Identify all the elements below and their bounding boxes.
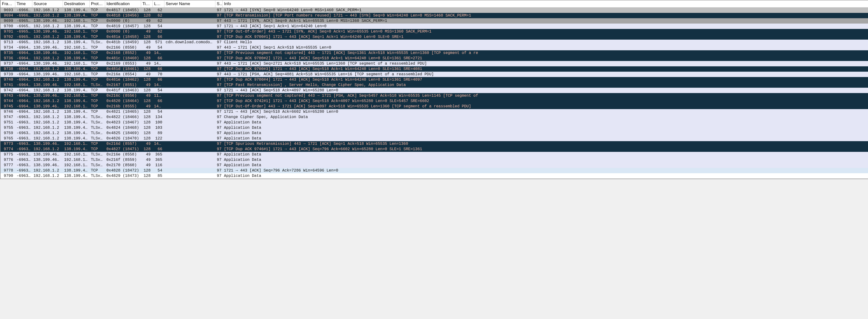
cell-time2: 128 xyxy=(141,120,153,125)
cell-proto: TCP xyxy=(89,98,105,104)
col-dest[interactable]: Destination xyxy=(63,0,89,7)
cell-source: 138.199.46.66 xyxy=(32,45,63,50)
table-row[interactable]: 9778-6963.569…192.168.1.2138.199.46.66TC… xyxy=(0,168,868,173)
cell-ident: 0x481d (18461) xyxy=(105,66,141,72)
col-stream[interactable]: Strean xyxy=(215,0,222,7)
cell-proto: TCP xyxy=(89,77,105,82)
cell-server xyxy=(164,82,215,88)
cell-time: -6964.055… xyxy=(15,109,32,114)
col-ident[interactable]: Identification xyxy=(105,0,141,7)
cell-info: [TCP Out-Of-Order] 443 → 1721 [ACK] Seq=… xyxy=(222,104,868,109)
cell-time2: 128 xyxy=(141,88,153,93)
table-row[interactable]: 9693-6966.394…192.168.1.2138.199.46.66TC… xyxy=(0,7,868,13)
table-row[interactable]: 9773-6963.604…138.199.46.66192.168.1.2TC… xyxy=(0,141,868,146)
col-info[interactable]: Info xyxy=(222,0,868,7)
cell-time: -6965.768… xyxy=(15,34,32,39)
cell-time: -6964.060… xyxy=(15,50,32,56)
cell-ident: 0x216b (8555) xyxy=(105,104,141,109)
table-row[interactable]: 9700-6965.874…192.168.1.2138.199.46.66TC… xyxy=(0,24,868,29)
cell-time2: 128 xyxy=(141,7,153,13)
table-row[interactable]: 9759-6963.845…192.168.1.2138.199.46.66TL… xyxy=(0,130,868,136)
table-row[interactable]: 9776-6963.569…138.199.46.66192.168.1.2TL… xyxy=(0,157,868,163)
table-row[interactable]: 9699-6965.874…138.199.46.66192.168.1.2TC… xyxy=(0,18,868,24)
cell-info: 1721 → 443 [SYN] Seq=0 Win=64240 Len=0 M… xyxy=(222,7,868,13)
table-row[interactable]: 9743-6964.057…138.199.46.66192.168.1.2TC… xyxy=(0,93,868,98)
cell-time2: 128 xyxy=(141,24,153,29)
cell-source: 192.168.1.2 xyxy=(32,130,63,136)
cell-time: -6964.057… xyxy=(15,88,32,93)
table-row[interactable]: 9736-6964.060…192.168.1.2138.199.46.66TC… xyxy=(0,56,868,61)
cell-length: 62 xyxy=(153,7,164,13)
table-row[interactable]: 9742-6964.057…192.168.1.2138.199.46.66TC… xyxy=(0,88,868,93)
col-time[interactable]: Time xyxy=(15,0,32,7)
cell-frame: 9778 xyxy=(0,168,15,173)
table-row[interactable]: 9790-6963.525…192.168.1.2138.199.46.66TL… xyxy=(0,173,868,179)
col-frame[interactable]: Frame xyxy=(0,0,15,7)
table-row[interactable]: 9739-6964.058…138.199.46.66192.168.1.2TC… xyxy=(0,72,868,77)
table-row[interactable]: 9765-6963.816…192.168.1.2138.199.46.66TL… xyxy=(0,136,868,141)
col-time2[interactable]: Time xyxy=(141,0,153,7)
table-row[interactable]: 9775-6963.569…138.199.46.66192.168.1.2TL… xyxy=(0,152,868,157)
table-row[interactable]: 9738-6964.059…192.168.1.2138.199.46.66TC… xyxy=(0,66,868,72)
cell-server xyxy=(164,88,215,93)
table-row[interactable]: 9740-6964.058…192.168.1.2138.199.46.66TC… xyxy=(0,77,868,82)
table-row[interactable]: 9702-6965.768…192.168.1.2138.199.46.66TC… xyxy=(0,34,868,39)
table-row[interactable]: 9735-6964.060…138.199.46.66192.168.1.2TC… xyxy=(0,50,868,56)
cell-time2: 49 xyxy=(141,93,153,98)
col-source[interactable]: Source xyxy=(32,0,63,7)
cell-stream: 97 xyxy=(215,173,222,179)
cell-frame: 9734 xyxy=(0,45,15,50)
table-row[interactable]: 9713-6965.251…192.168.1.2138.199.46.66TL… xyxy=(0,39,868,45)
cell-dest: 138.199.46.66 xyxy=(63,114,89,120)
cell-stream: 97 xyxy=(215,157,222,163)
cell-server xyxy=(164,163,215,168)
cell-time: -6963.569… xyxy=(15,157,32,163)
cell-proto: TLSv1.3 xyxy=(89,163,105,168)
cell-frame: 9737 xyxy=(0,61,15,66)
cell-stream: 97 xyxy=(215,130,222,136)
table-row[interactable]: 9746-6964.055…192.168.1.2138.199.46.66TC… xyxy=(0,109,868,114)
cell-info: [TCP Dup ACK 9700#4] 1721 → 443 [ACK] Se… xyxy=(222,77,868,82)
packet-list-table[interactable]: Frame Time Source Destination Protocol I… xyxy=(0,0,868,179)
cell-source: 138.199.46.66 xyxy=(32,104,63,109)
table-row[interactable]: 9774-6963.603…192.168.1.2138.199.46.66TC… xyxy=(0,146,868,152)
cell-info: 1721 → 443 [ACK] Seq=1 Ack=1 Win=64240 L… xyxy=(222,24,868,29)
cell-source: 192.168.1.2 xyxy=(32,7,63,13)
table-row[interactable]: 9751-6963.868…192.168.1.2138.199.46.66TL… xyxy=(0,120,868,125)
cell-length: 85 xyxy=(153,173,164,179)
cell-stream: 97 xyxy=(215,88,222,93)
cell-ident: 0x481b (18459) xyxy=(105,39,141,45)
table-row[interactable]: 9755-6963.858…192.168.1.2138.199.46.66TL… xyxy=(0,125,868,130)
col-length[interactable]: Length xyxy=(153,0,164,7)
cell-frame: 9744 xyxy=(0,98,15,104)
cell-time2: 49 xyxy=(141,104,153,109)
table-row[interactable]: 9744-6964.057…192.168.1.2138.199.46.66TC… xyxy=(0,98,868,104)
cell-proto: TLSv1.3 xyxy=(89,136,105,141)
table-row[interactable]: 9777-6963.569…138.199.46.66192.168.1.2TL… xyxy=(0,163,868,168)
table-row[interactable]: 9734-6964.062…138.199.46.66192.168.1.2TC… xyxy=(0,45,868,50)
table-row[interactable]: 9701-6965.768…138.199.46.66192.168.1.2TC… xyxy=(0,29,868,34)
cell-frame: 9773 xyxy=(0,141,15,146)
cell-frame: 9790 xyxy=(0,173,15,179)
cell-stream: 97 xyxy=(215,13,222,18)
cell-time: -6964.057… xyxy=(15,93,32,98)
cell-frame: 9735 xyxy=(0,50,15,56)
cell-info: 443 → 1721 [PSH, ACK] Seq=4081 Ack=518 W… xyxy=(222,72,868,77)
table-row[interactable]: 9745-6964.055…138.199.46.66192.168.1.2TC… xyxy=(0,104,868,109)
cell-dest: 138.199.46.66 xyxy=(63,173,89,179)
table-row[interactable]: 9747-6963.960…192.168.1.2138.199.46.66TL… xyxy=(0,114,868,120)
col-proto[interactable]: Protocol xyxy=(89,0,105,7)
table-row[interactable]: 9694-6966.224…192.168.1.2138.199.46.66TC… xyxy=(0,13,868,18)
cell-info: [TCP Dup ACK 9700#1] 1721 → 443 [ACK] Se… xyxy=(222,34,868,39)
cell-stream: 97 xyxy=(215,66,222,72)
table-row[interactable]: 9741-6964.057…138.199.46.66192.168.1.2TL… xyxy=(0,82,868,88)
cell-proto: TCP xyxy=(89,72,105,77)
table-row[interactable]: 9737-6964.059…138.199.46.66192.168.1.2TC… xyxy=(0,61,868,66)
table-header[interactable]: Frame Time Source Destination Protocol I… xyxy=(0,0,868,7)
col-server[interactable]: Server Name xyxy=(164,0,215,7)
cell-stream: 97 xyxy=(215,146,222,152)
cell-source: 138.199.46.66 xyxy=(32,152,63,157)
cell-stream: 97 xyxy=(215,152,222,157)
cell-proto: TCP xyxy=(89,93,105,98)
cell-stream: 97 xyxy=(215,34,222,39)
